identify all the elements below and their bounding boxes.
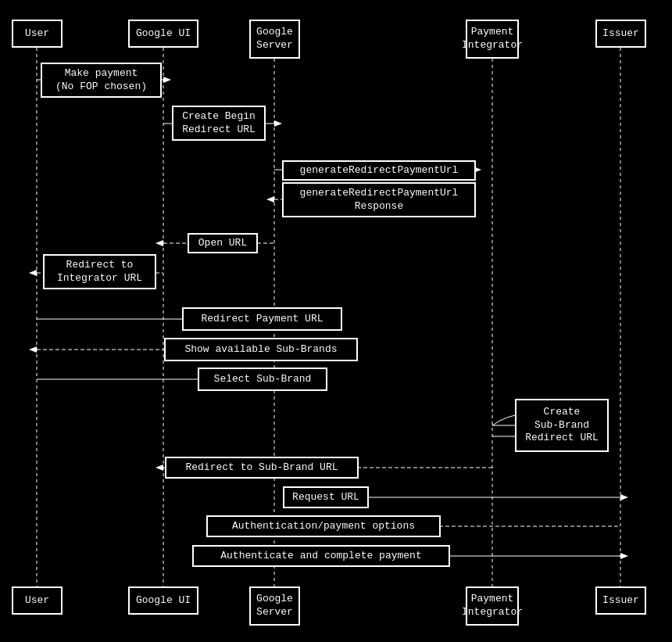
create-sub-brand-redirect-label: CreateSub-BrandRedirect URL [515,399,609,452]
actor-google-server-bot: GoogleServer [249,586,300,626]
redirect-to-sub-brand-label: Redirect to Sub-Brand URL [165,457,359,479]
sequence-diagram: User Google UI GoogleServer PaymentInteg… [0,0,672,642]
redirect-to-integrator-label: Redirect toIntegrator URL [43,254,156,289]
actor-google-ui-bot: Google UI [128,586,198,615]
svg-marker-12 [266,196,274,203]
show-available-label: Show available Sub-Brands [164,338,358,361]
actor-issuer-bot: Issuer [595,586,646,615]
redirect-payment-url-label: Redirect Payment URL [182,307,342,331]
svg-marker-30 [620,553,628,559]
actor-payment-integrator-bot: PaymentIntegrator [466,586,519,626]
actor-user-top: User [12,20,63,48]
svg-marker-6 [163,77,171,83]
request-url-label: Request URL [283,486,369,508]
select-sub-brand-label: Select Sub-Brand [198,368,327,391]
actor-payment-integrator-top: PaymentIntegrator [466,20,519,59]
svg-marker-8 [274,120,282,127]
svg-marker-20 [29,346,37,353]
open-url-label: Open URL [188,233,258,253]
svg-marker-26 [620,494,628,500]
svg-marker-16 [29,270,37,276]
generate-redirect-url-label: generateRedirectPaymentUrl [282,160,476,181]
svg-marker-14 [155,240,163,246]
svg-marker-24 [155,464,163,471]
actor-issuer-top: Issuer [595,20,646,48]
create-begin-redirect-label: Create BeginRedirect URL [172,106,266,141]
authenticate-complete-label: Authenticate and complete payment [192,545,450,567]
auth-payment-options-label: Authentication/payment options [206,515,441,537]
actor-google-server-top: GoogleServer [249,20,300,59]
generate-redirect-response-label: generateRedirectPaymentUrlResponse [282,182,476,217]
make-payment-label: Make payment(No FOP chosen) [41,63,162,98]
actor-user-bot: User [12,586,63,615]
actor-google-ui-top: Google UI [128,20,198,48]
